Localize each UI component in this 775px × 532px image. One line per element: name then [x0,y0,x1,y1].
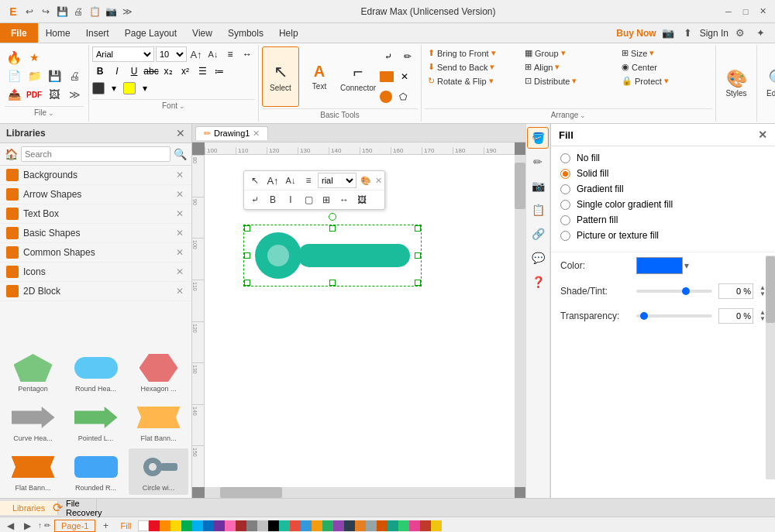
ft-font-select[interactable]: rial [318,173,356,188]
shape-item-pentagon[interactable]: Pentagon [3,349,63,396]
color-none[interactable] [138,520,149,531]
align-button[interactable]: ⊞ Align ▾ [522,60,563,74]
settings-icon[interactable]: ⚙ [732,25,749,42]
rotate-handle[interactable] [329,213,336,221]
ft-image-btn[interactable]: 🖼 [353,192,370,208]
effects-icon-btn[interactable]: 📋 [527,199,549,221]
transparency-down-arrow[interactable]: ▼ [760,316,766,322]
flame-icon[interactable]: 🔥 [5,49,23,66]
arrange-group-expand[interactable]: ⌄ [580,112,586,119]
distribute-button[interactable]: ⊡ Distribute ▾ [522,74,580,88]
tab-close-button[interactable]: ✕ [253,129,260,139]
highlight-dropdown[interactable]: ▾ [137,81,153,96]
drawing1-tab[interactable]: ✏ Drawing1 ✕ [195,126,268,140]
color-black[interactable] [268,520,279,531]
connector-tool-button[interactable]: ⌐ Connector [339,46,377,107]
subscript-button[interactable]: x₂ [160,63,176,79]
numblist-btn[interactable]: ≔ [212,63,227,79]
canvas-scroll-thumb-h[interactable] [220,487,282,498]
symbols-menu[interactable]: Symbols [220,23,271,43]
library-close-textbox[interactable]: ✕ [174,208,185,219]
panel-scrollbar[interactable] [766,256,775,479]
insert-menu[interactable]: Insert [78,23,117,43]
fill-option-texture[interactable]: Picture or texture fill [560,230,766,241]
color-darkblue[interactable] [344,520,355,531]
color-hotpink[interactable] [409,520,420,531]
pencil-icon[interactable]: ✏ [399,48,416,65]
canvas-scrollbar-v[interactable] [515,155,525,487]
library-close-2dblock[interactable]: ✕ [174,286,185,297]
paint-bucket-icon-btn[interactable]: 🪣 [527,127,549,149]
shape-item-circle-wi[interactable]: Circle wi... [129,448,188,495]
library-item-common-shapes[interactable]: Common Shapes ✕ [0,243,191,263]
color-green[interactable] [181,520,192,531]
ft-color-btn[interactable]: 🎨 [357,173,374,188]
fill-option-solid[interactable]: Solid fill [560,168,766,179]
color-greenish[interactable] [388,520,398,531]
increase-font-button[interactable]: A↑ [188,46,204,62]
shape-item-rounded-r[interactable]: Rounded R... [66,448,126,495]
home-menu[interactable]: Home [38,23,78,43]
sign-in-button[interactable]: Sign In [700,28,728,39]
ft-decrease-btn[interactable]: A↓ [282,173,299,188]
search-button[interactable]: 🔍 [174,148,187,160]
minimize-button[interactable]: ─ [722,5,735,18]
color-violet[interactable] [333,520,344,531]
undo-button[interactable]: ↩ [22,5,36,19]
color-pomegranate[interactable] [420,520,431,531]
color-red[interactable] [149,520,160,531]
screenshot-button[interactable]: 📷 [104,5,118,19]
select-tool-button[interactable]: ↖ Select [262,46,299,107]
circle-fill-icon[interactable] [380,91,392,103]
canvas-selected-shape[interactable] [247,228,418,283]
size-button[interactable]: ⊞ Size ▾ [618,46,657,60]
font-group-expand[interactable]: ⌄ [179,102,185,110]
star-icon[interactable]: ★ [25,49,43,66]
library-item-textbox[interactable]: Text Box ✕ [0,204,191,224]
group-button[interactable]: ▦ Group ▾ [522,46,569,60]
color-gray[interactable] [246,520,257,531]
protect-button[interactable]: 🔒 Protect ▾ [618,74,672,88]
color-amber[interactable] [312,520,322,531]
trans-thumb[interactable] [640,312,648,320]
more-button[interactable]: ≫ [120,5,134,19]
color-purple[interactable] [214,520,225,531]
library-close-basic-shapes[interactable]: ✕ [174,228,185,239]
shape-item-flat-bann1[interactable]: Flat Bann... [129,399,188,445]
redo-button[interactable]: ↪ [39,5,53,19]
pentagon-icon[interactable]: ⬠ [394,88,412,105]
text-format-icon-btn[interactable]: 🔗 [527,223,549,245]
copy-button[interactable]: 📋 [88,5,102,19]
shadow-icon-btn[interactable]: 📷 [527,175,549,197]
library-close-common-shapes[interactable]: ✕ [174,247,185,258]
canvas-drawing-area[interactable]: ↖ A↑ A↓ ≡ rial 🎨 ✕ ⤶ B I ▢ [205,155,515,487]
handle-mr[interactable] [415,252,421,259]
page-tab[interactable]: Page-1 [54,520,95,532]
shade-slider[interactable] [636,290,712,293]
group-dropdown[interactable]: ▾ [561,48,566,58]
center-button[interactable]: ◉ Center [618,60,660,74]
decrease-font-button[interactable]: A↓ [205,46,221,62]
library-item-arrow-shapes[interactable]: Arrow Shapes ✕ [0,185,191,204]
fill-option-single-gradient[interactable]: Single color gradient fill [560,199,766,210]
color-sunflower[interactable] [431,520,442,531]
help-icon-btn[interactable]: ❓ [527,271,549,293]
file-recovery-tab-button[interactable]: ⟳ File Recovery [58,499,97,517]
shape-item-flat-bann2[interactable]: Flat Bann... [3,448,63,495]
ft-indent-btn[interactable]: ↔ [336,192,353,208]
shape-item-curve-head[interactable]: Curve Hea... [3,399,63,445]
library-item-icons[interactable]: Icons ✕ [0,263,191,282]
print-button[interactable]: 🖨 [71,5,85,19]
ft-pointer-btn[interactable]: ⤶ [246,192,264,208]
color-emerald[interactable] [322,520,333,531]
shape-item-round-head[interactable]: Round Hea... [66,349,126,396]
ft-increase-btn[interactable]: A↑ [264,173,281,188]
bring-front-button[interactable]: ⬆ Bring to Front ▾ [425,46,499,60]
pdf-icon[interactable]: PDF [25,86,43,103]
color-pink[interactable] [225,520,236,531]
apps-icon[interactable]: ✦ [752,25,769,42]
color-crimson[interactable] [290,520,301,531]
color-pumpkin[interactable] [377,520,388,531]
prev-page-button[interactable]: ◀ [3,519,17,533]
library-close-arrow-shapes[interactable]: ✕ [174,189,185,200]
